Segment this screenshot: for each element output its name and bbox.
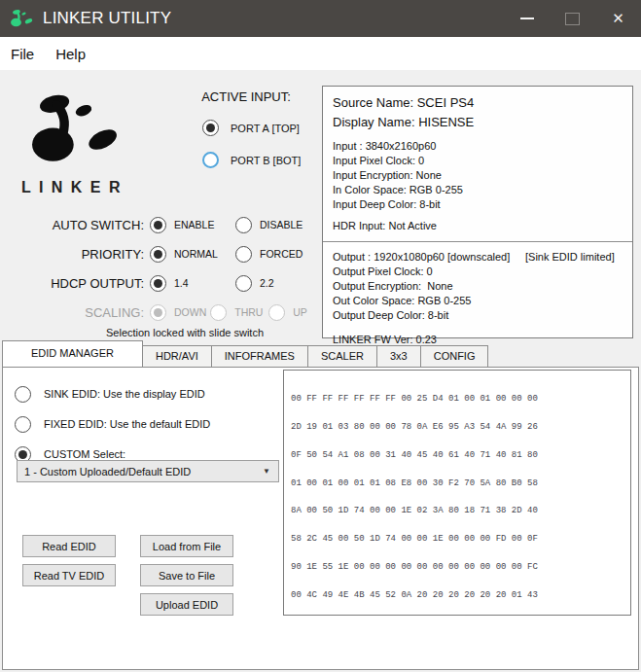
- hdcp-14-label: 1.4: [174, 277, 189, 289]
- input-color-space: In Color Space: RGB 0-255: [333, 183, 632, 197]
- main-area: L I N K E R ACTIVE INPUT: PORT A [TOP] P…: [0, 70, 641, 672]
- linker-wordmark: L I N K E R: [21, 179, 138, 196]
- hdcp-row: HDCP OUTPUT: 1.4 2.2: [0, 268, 323, 298]
- hdcp-14-radio[interactable]: [150, 275, 166, 292]
- chevron-down-icon: ▼: [263, 467, 270, 476]
- window-title: LINKER UTILITY: [43, 9, 171, 28]
- output-encryption: Output Encryption: None: [333, 279, 632, 294]
- priority-normal-label: NORMAL: [174, 248, 218, 260]
- sink-edid-limited: [Sink EDID limited]: [525, 250, 615, 265]
- tab-infoframes[interactable]: INFOFRAMES: [211, 345, 308, 367]
- hex-row: 8A 00 50 1D 74 00 00 1E 02 3A 80 18 71 3…: [291, 507, 630, 516]
- fixed-edid-label: FIXED EDID: Use the default EDID: [44, 418, 210, 430]
- scaling-down-radio: [150, 304, 166, 321]
- sink-edid-radio[interactable]: [15, 386, 31, 403]
- tab-edid-manager[interactable]: EDID MANAGER: [2, 340, 143, 367]
- output-pixel-clock: Output Pixel Clock: 0: [333, 265, 632, 279]
- priority-normal-radio[interactable]: [150, 246, 166, 263]
- tab-scaler[interactable]: SCALER: [307, 345, 377, 367]
- save-to-file-button[interactable]: Save to File: [140, 564, 233, 586]
- minimize-icon[interactable]: [504, 0, 550, 37]
- auto-switch-disable-option: DISABLE: [235, 217, 317, 233]
- scaling-up-radio: [268, 304, 285, 321]
- priority-row: PRIORITY: NORMAL FORCED: [0, 239, 323, 268]
- menu-help[interactable]: Help: [45, 46, 96, 62]
- read-edid-button[interactable]: Read EDID: [22, 535, 116, 557]
- auto-switch-enable-radio[interactable]: [150, 217, 166, 233]
- auto-switch-enable-label: ENABLE: [174, 219, 214, 230]
- hdcp-22-label: 2.2: [260, 277, 274, 289]
- tab-hdr-avi[interactable]: HDR/AVI: [142, 345, 212, 367]
- linker-logo-icon: [21, 91, 134, 171]
- port-b-option: PORT B [BOT]: [202, 152, 319, 168]
- maximize-icon: [550, 0, 595, 37]
- window-controls: ✕: [504, 0, 641, 37]
- linker-logo: L I N K E R: [21, 91, 138, 196]
- scaling-down-label: DOWN: [174, 306, 206, 318]
- titlebar: LINKER UTILITY ✕: [0, 0, 641, 37]
- load-from-file-button[interactable]: Load from File: [140, 535, 233, 557]
- scaling-down-option: DOWN: [150, 304, 206, 321]
- hex-row: 00 4C 49 4E 4B 45 52 0A 20 20 20 20 20 2…: [291, 591, 630, 601]
- scaling-row: SCALING: DOWN THRU UP: [0, 298, 323, 327]
- auto-switch-enable-option: ENABLE: [150, 217, 231, 233]
- sink-edid-option: SINK EDID: Use the display EDID: [15, 384, 205, 404]
- output-resolution-row: Output : 1920x1080p60 [downscaled] [Sink…: [333, 250, 632, 265]
- scaling-up-label: UP: [293, 306, 307, 318]
- output-deep-color: Output Deep Color: 8-bit: [333, 308, 632, 323]
- read-tv-edid-button[interactable]: Read TV EDID: [22, 564, 116, 586]
- auto-switch-disable-label: DISABLE: [260, 219, 303, 230]
- hex-row: 0F 50 54 A1 08 00 31 40 45 40 61 40 71 4…: [291, 451, 630, 461]
- priority-forced-label: FORCED: [260, 248, 303, 260]
- priority-normal-option: NORMAL: [150, 246, 231, 263]
- settings-group: AUTO SWITCH: ENABLE DISABLE PRIORITY: NO…: [0, 210, 323, 338]
- menu-file[interactable]: File: [0, 46, 45, 62]
- scaling-label: SCALING:: [0, 305, 146, 320]
- hex-row: 2D 19 01 03 80 00 00 78 0A E6 95 A3 54 4…: [291, 423, 630, 433]
- tab-config[interactable]: CONFIG: [420, 345, 489, 367]
- hdcp-label: HDCP OUTPUT:: [0, 276, 146, 291]
- custom-edid-label: CUSTOM Select:: [44, 448, 125, 460]
- hdcp-22-option: 2.2: [235, 275, 317, 292]
- fixed-edid-radio[interactable]: [15, 416, 31, 433]
- auto-switch-row: AUTO SWITCH: ENABLE DISABLE: [0, 210, 323, 239]
- hex-row: 01 00 01 00 01 01 08 E8 00 30 F2 70 5A 8…: [291, 479, 630, 489]
- auto-switch-disable-radio[interactable]: [235, 217, 252, 233]
- scaling-thru-label: THRU: [234, 306, 263, 318]
- edid-hex-dump[interactable]: 00 FF FF FF FF FF FF 00 25 D4 01 00 01 0…: [283, 370, 631, 616]
- edid-manager-page: SINK EDID: Use the display EDID FIXED ED…: [2, 367, 639, 670]
- custom-edid-dropdown[interactable]: 1 - Custom Uploaded/Default EDID ▼: [17, 460, 279, 482]
- priority-label: PRIORITY:: [0, 247, 146, 262]
- close-icon[interactable]: ✕: [595, 0, 641, 37]
- port-a-radio[interactable]: [202, 120, 219, 136]
- sink-edid-label: SINK EDID: Use the display EDID: [44, 388, 205, 400]
- menubar: File Help: [0, 37, 641, 71]
- scaling-note: Selection locked with slide switch: [39, 327, 331, 338]
- priority-forced-option: FORCED: [235, 246, 317, 263]
- priority-forced-radio[interactable]: [235, 246, 252, 263]
- active-input-label: ACTIVE INPUT:: [173, 89, 319, 104]
- port-b-label: PORT B [BOT]: [231, 155, 301, 166]
- port-a-option: PORT A [TOP]: [202, 120, 319, 136]
- status-separator: [323, 241, 632, 242]
- custom-edid-dropdown-value: 1 - Custom Uploaded/Default EDID: [24, 466, 191, 477]
- hdcp-22-radio[interactable]: [235, 275, 252, 292]
- hdcp-14-option: 1.4: [150, 275, 231, 292]
- hex-row: 58 2C 45 00 50 1D 74 00 00 1E 00 00 00 F…: [291, 535, 630, 545]
- status-panel: Source Name: SCEI PS4 Display Name: HISE…: [322, 86, 633, 338]
- port-b-radio[interactable]: [202, 152, 219, 168]
- upload-edid-button[interactable]: Upload EDID: [140, 593, 233, 616]
- tab-3x3[interactable]: 3x3: [376, 345, 421, 367]
- source-name: Source Name: SCEI PS4: [333, 93, 632, 113]
- tabstrip: EDID MANAGER HDR/AVI INFOFRAMES SCALER 3…: [2, 341, 488, 367]
- output-color-space: Out Color Space: RGB 0-255: [333, 294, 632, 308]
- input-deep-color: Input Deep Color: 8-bit: [333, 197, 632, 212]
- input-encryption: Input Encryption: None: [333, 168, 632, 183]
- active-input-group: ACTIVE INPUT: PORT A [TOP] PORT B [BOT]: [173, 89, 319, 168]
- port-a-label: PORT A [TOP]: [231, 123, 300, 134]
- linker-app-icon: [10, 9, 35, 29]
- input-resolution: Input : 3840x2160p60: [333, 139, 632, 154]
- display-name: Display Name: HISENSE: [333, 113, 632, 132]
- output-resolution: Output : 1920x1080p60 [downscaled]: [333, 250, 525, 265]
- scaling-up-option: UP: [268, 304, 323, 321]
